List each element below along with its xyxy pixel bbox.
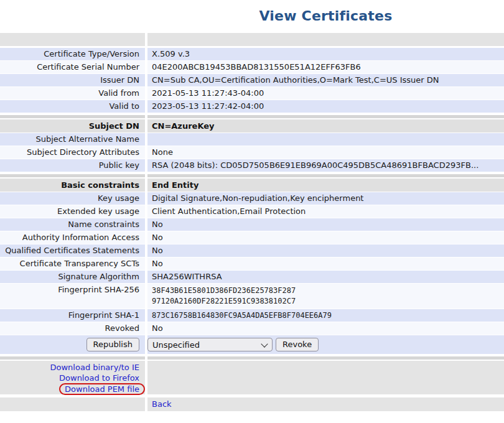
certificate-table: Certificate Type/VersionX.509 v.3Certifi… <box>0 33 504 411</box>
download-link-line: Download PEM file <box>0 383 139 395</box>
value-certificate-type-version: X.509 v.3 <box>147 48 504 60</box>
row-certificate-transparency-scts: Certificate Transparency SCTsNo <box>0 258 504 270</box>
value-revoked: No <box>147 322 504 335</box>
value-certificate-serial-number: 04E200ABCB19453BBAD8131550E51A12EFF63FB6 <box>147 61 504 73</box>
value-issuer-dn: CN=Sub CA,OU=Certification Authorities,O… <box>147 74 504 86</box>
value-key-usage: Digital Signature,Non-repudiation,Key en… <box>147 192 504 205</box>
value-subject-dn: CN=AzureKey <box>147 119 504 132</box>
row-certificate-serial-number: Certificate Serial Number04E200ABCB19453… <box>0 61 504 73</box>
row-valid-from: Valid from2021-05-13 11:27:43-04:00 <box>0 87 504 100</box>
label-qualified-certificates-statements: Qualified Certificates Statements <box>0 244 145 257</box>
separator-left-cell <box>0 115 145 118</box>
value-line-fingerprint-sha-256: 38F43B61E5801D386FD236E25783F287 <box>152 286 504 296</box>
label-issuer-dn: Issuer DN <box>0 74 145 86</box>
download-link-download-binary-to-ie[interactable]: Download binary/to IE <box>50 363 139 372</box>
page-header: View Certificates <box>147 0 504 33</box>
table-header-row <box>0 33 504 46</box>
value-public-key: RSA (2048 bits): CD05D7505B6E91EB969A00C… <box>147 159 504 172</box>
revocation-reason-select[interactable]: Unspecified <box>147 338 273 351</box>
row-fingerprint-sha-256: Fingerprint SHA-25638F43B61E5801D386FD23… <box>0 284 504 309</box>
label-authority-information-access: Authority Information Access <box>0 231 145 244</box>
value-valid-to: 2023-05-13 11:27:42-04:00 <box>147 100 504 113</box>
label-subject-dn: Subject DN <box>0 119 145 132</box>
value-valid-from: 2021-05-13 11:27:43-04:00 <box>147 87 504 100</box>
back-row: Back <box>0 397 504 411</box>
republish-button[interactable]: Republish <box>86 338 139 351</box>
label-key-usage: Key usage <box>0 192 145 205</box>
back-row-right-cell: Back <box>147 397 504 411</box>
revoke-cell: UnspecifiedRevoke <box>147 335 504 354</box>
back-link[interactable]: Back <box>152 399 172 409</box>
value-certificate-transparency-scts: No <box>147 258 504 270</box>
page-title: View Certificates <box>147 8 504 24</box>
row-revoked: RevokedNo <box>0 322 504 335</box>
section-separator <box>0 356 504 360</box>
download-link-download-pem-file[interactable]: Download PEM file <box>65 384 139 394</box>
value-fingerprint-sha-256: 38F43B61E5801D386FD236E25783F28797120A21… <box>147 284 504 309</box>
row-name-constraints: Name constraintsNo <box>0 218 504 231</box>
annotation-oval: Download PEM file <box>59 383 145 395</box>
download-link-line: Download binary/to IE <box>0 362 139 373</box>
label-name-constraints: Name constraints <box>0 218 145 231</box>
label-public-key: Public key <box>0 159 145 172</box>
row-public-key: Public keyRSA (2048 bits): CD05D7505B6E9… <box>0 159 504 172</box>
download-link-line: Download to Firefox <box>0 373 139 383</box>
label-certificate-transparency-scts: Certificate Transparency SCTs <box>0 258 145 270</box>
label-certificate-type-version: Certificate Type/Version <box>0 48 145 60</box>
value-name-constraints: No <box>147 218 504 231</box>
label-extended-key-usage: Extended key usage <box>0 205 145 218</box>
revoke-button[interactable]: Revoke <box>276 338 319 351</box>
republish-cell: Republish <box>0 335 145 354</box>
row-subject-alternative-name: Subject Alternative Name <box>0 133 504 146</box>
label-basic-constraints: Basic constraints <box>0 179 145 192</box>
row-certificate-type-version: Certificate Type/VersionX.509 v.3 <box>0 48 504 60</box>
value-subject-alternative-name <box>147 133 504 146</box>
value-extended-key-usage: Client Authentication,Email Protection <box>147 205 504 218</box>
label-fingerprint-sha-1: Fingerprint SHA-1 <box>0 309 145 322</box>
row-fingerprint-sha-1: Fingerprint SHA-1873C16758B164830FC9A5A4… <box>0 309 504 322</box>
section-separator <box>0 115 504 118</box>
download-links-row: Download binary/to IEDownload to Firefox… <box>0 361 504 394</box>
label-fingerprint-sha-256: Fingerprint SHA-256 <box>0 284 145 309</box>
separator-right-cell <box>147 115 504 118</box>
label-subject-directory-attributes: Subject Directory Attributes <box>0 146 145 159</box>
separator-right-cell <box>147 174 504 177</box>
certificate-actions-row: RepublishUnspecifiedRevoke <box>0 335 504 354</box>
label-certificate-serial-number: Certificate Serial Number <box>0 61 145 73</box>
separator-right-cell <box>147 33 504 46</box>
back-row-left-cell <box>0 397 145 411</box>
label-valid-to: Valid to <box>0 100 145 113</box>
label-valid-from: Valid from <box>0 87 145 100</box>
label-signature-algorithm: Signature Algorithm <box>0 271 145 283</box>
value-fingerprint-sha-1: 873C16758B164830FC9A5A4DA5EFB8F704EE6A79 <box>147 309 504 322</box>
value-subject-directory-attributes: None <box>147 146 504 159</box>
revocation-reason-select-wrap: Unspecified <box>147 338 273 351</box>
row-basic-constraints: Basic constraintsEnd Entity <box>0 179 504 192</box>
row-authority-information-access: Authority Information AccessNo <box>0 231 504 244</box>
row-key-usage: Key usageDigital Signature,Non-repudiati… <box>0 192 504 205</box>
separator-left-cell <box>0 356 145 360</box>
download-links-right-cell <box>147 361 504 394</box>
row-extended-key-usage: Extended key usageClient Authentication,… <box>0 205 504 218</box>
row-signature-algorithm: Signature AlgorithmSHA256WITHRSA <box>0 271 504 283</box>
download-links-cell: Download binary/to IEDownload to Firefox… <box>0 361 145 394</box>
label-subject-alternative-name: Subject Alternative Name <box>0 133 145 146</box>
section-separator <box>0 174 504 177</box>
value-authority-information-access: No <box>147 231 504 244</box>
value-line-fingerprint-sha-256: 97120A2160DF28221E591C93838102C7 <box>152 296 504 307</box>
download-link-download-to-firefox[interactable]: Download to Firefox <box>59 373 139 383</box>
value-qualified-certificates-statements: No <box>147 244 504 257</box>
row-qualified-certificates-statements: Qualified Certificates StatementsNo <box>0 244 504 257</box>
separator-right-cell <box>147 356 504 360</box>
separator-left-cell <box>0 33 145 46</box>
row-subject-directory-attributes: Subject Directory AttributesNone <box>0 146 504 159</box>
row-valid-to: Valid to2023-05-13 11:27:42-04:00 <box>0 100 504 113</box>
separator-left-cell <box>0 174 145 177</box>
label-revoked: Revoked <box>0 322 145 335</box>
value-basic-constraints: End Entity <box>147 179 504 192</box>
value-signature-algorithm: SHA256WITHRSA <box>147 271 504 283</box>
row-subject-dn: Subject DNCN=AzureKey <box>0 119 504 132</box>
row-issuer-dn: Issuer DNCN=Sub CA,OU=Certification Auth… <box>0 74 504 86</box>
